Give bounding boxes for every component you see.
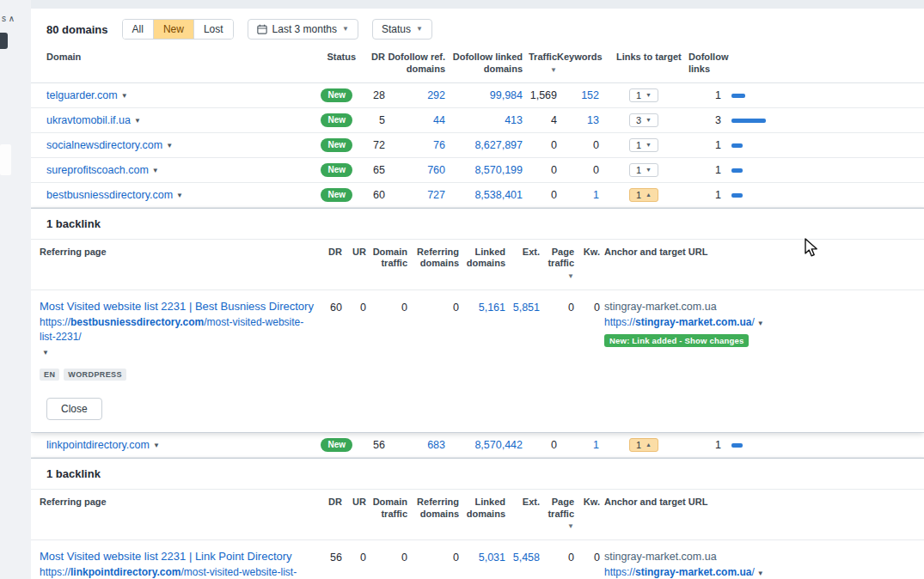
traffic-value: 0	[523, 139, 557, 151]
keywords-value[interactable]: 152	[557, 89, 599, 101]
column-page-traffic[interactable]: Page traffic ▼	[540, 247, 574, 282]
traffic-value: 0	[523, 189, 557, 201]
keywords-value[interactable]: 1	[557, 439, 599, 451]
date-range-dropdown[interactable]: Last 3 months ▼	[248, 19, 358, 40]
linked-domains-value[interactable]: 8,570,442	[445, 439, 523, 451]
dr-value: 65	[356, 164, 385, 176]
column-referring-domains[interactable]: Referring domains	[407, 247, 459, 271]
url-path: /	[751, 316, 754, 328]
column-linked-domains[interactable]: Linked domains	[459, 247, 505, 271]
column-ur[interactable]: UR	[342, 497, 366, 509]
anchor-text: stingray-market.com.ua	[604, 550, 924, 564]
status-cell: New	[308, 88, 356, 102]
linked-domains-value[interactable]: 8,570,199	[445, 164, 523, 176]
column-domain[interactable]: Domain	[31, 52, 308, 64]
column-page-traffic[interactable]: Page traffic ▼	[540, 497, 574, 532]
linked-domains-value[interactable]: 413	[445, 114, 523, 126]
column-referring-domains[interactable]: Referring domains	[407, 497, 459, 521]
chevron-down-icon[interactable]: ▼	[757, 570, 764, 577]
domain-link[interactable]: telguarder.com▼	[46, 89, 128, 101]
column-ext[interactable]: Ext.	[505, 247, 540, 259]
ext-value[interactable]: 5,458	[505, 550, 540, 564]
column-dr[interactable]: DR	[315, 497, 342, 509]
select-value: 1	[636, 440, 641, 450]
domain-link[interactable]: linkpointdirectory.com▼	[46, 439, 160, 451]
column-traffic[interactable]: Traffic ▼	[523, 52, 557, 76]
linked-domains-value[interactable]: 5,031	[459, 550, 505, 564]
backlink-panel: 1 backlink Referring page DR UR Domain t…	[31, 458, 924, 579]
status-cell: New	[308, 438, 356, 452]
referring-domains-report: 80 domains All New Lost Last 3 months ▼ …	[31, 9, 924, 579]
linked-domains-value[interactable]: 99,984	[445, 89, 523, 101]
link-change-badge[interactable]: New: Link added - Show changes	[604, 334, 749, 347]
domain-link[interactable]: socialnewsdirectory.com▼	[46, 139, 173, 151]
column-dofollow-linked-domains[interactable]: Dofollow linked domains	[445, 52, 523, 76]
column-links-to-target[interactable]: Links to target	[599, 52, 688, 64]
filter-all-button[interactable]: All	[123, 20, 153, 39]
ref-domains-value[interactable]: 683	[385, 439, 445, 451]
domain-cell: bestbusniessdirectory.com▼	[31, 189, 308, 201]
referring-page-title-link[interactable]: Most Visited website list 2231 | Link Po…	[40, 550, 292, 563]
close-panel-button[interactable]: Close	[46, 398, 102, 420]
links-to-target-select[interactable]: 1▼	[629, 138, 658, 152]
bar-cell	[723, 139, 924, 151]
links-cell: 1▼	[599, 163, 688, 177]
dofollow-links-value: 1	[688, 439, 723, 451]
column-dr[interactable]: DR	[315, 247, 342, 259]
referring-page-url[interactable]: https://bestbusniessdirectory.com/most-v…	[40, 315, 315, 360]
status-dropdown[interactable]: Status ▼	[372, 19, 432, 40]
column-dofollow-links[interactable]: Dofollow links	[688, 52, 723, 76]
links-to-target-select-open[interactable]: 1▲	[629, 438, 658, 452]
domain-link[interactable]: ukravtomobil.if.ua▼	[46, 114, 141, 126]
column-status[interactable]: Status	[308, 52, 356, 64]
column-referring-page[interactable]: Referring page	[31, 497, 315, 509]
filter-new-button[interactable]: New	[153, 20, 193, 39]
column-referring-page[interactable]: Referring page	[31, 247, 315, 259]
links-to-target-select[interactable]: 1▼	[629, 88, 658, 102]
referring-page-title-link[interactable]: Most Visited website list 2231 | Best Bu…	[40, 300, 314, 313]
column-ur[interactable]: UR	[342, 247, 366, 259]
column-dofollow-ref-domains[interactable]: Dofollow ref. domains	[385, 52, 445, 76]
anchor-text: stingray-market.com.ua	[604, 300, 924, 314]
domain-cell: telguarder.com▼	[31, 89, 308, 101]
column-kw[interactable]: Kw.	[574, 497, 600, 509]
ext-value[interactable]: 5,851	[505, 300, 540, 314]
chevron-down-icon[interactable]: ▼	[757, 320, 764, 327]
links-to-target-select[interactable]: 3▼	[629, 113, 658, 127]
links-to-target-select[interactable]: 1▼	[629, 163, 658, 177]
chevron-down-icon[interactable]: ▼	[42, 349, 49, 357]
collapsed-sidebar: s ∧	[0, 0, 31, 579]
page-tags: ENWORDPRESS	[40, 368, 315, 381]
domain-name: ukravtomobil.if.ua	[46, 114, 131, 126]
domain-link[interactable]: sureprofitscoach.com▼	[46, 164, 159, 176]
domain-cell: sureprofitscoach.com▼	[31, 164, 308, 176]
column-dr[interactable]: DR	[356, 52, 385, 64]
column-kw[interactable]: Kw.	[574, 247, 600, 259]
ref-domains-value[interactable]: 76	[385, 139, 445, 151]
keywords-value[interactable]: 13	[557, 114, 599, 126]
linked-domains-value[interactable]: 5,161	[459, 300, 505, 314]
target-url[interactable]: https://stingray-market.com.ua/▼	[604, 565, 924, 579]
ref-domains-value[interactable]: 292	[385, 89, 445, 101]
column-domain-traffic[interactable]: Domain traffic	[366, 497, 407, 521]
target-url[interactable]: https://stingray-market.com.ua/▼	[604, 315, 924, 330]
filter-lost-button[interactable]: Lost	[193, 20, 233, 39]
ref-domains-value[interactable]: 44	[385, 114, 445, 126]
table-row: ukravtomobil.if.ua▼ New 5 44 413 4 13 3▼…	[31, 108, 924, 133]
referring-page-url[interactable]: https://linkpointdirectory.com/most-visi…	[40, 565, 315, 579]
column-domain-traffic[interactable]: Domain traffic	[366, 247, 407, 271]
ref-domains-value[interactable]: 727	[385, 189, 445, 201]
linked-domains-value[interactable]: 8,627,897	[445, 139, 523, 151]
linked-domains-value[interactable]: 8,538,401	[445, 189, 523, 201]
status-cell: New	[308, 138, 356, 152]
column-linked-domains[interactable]: Linked domains	[459, 497, 505, 521]
column-ext[interactable]: Ext.	[505, 497, 540, 509]
links-to-target-select-open[interactable]: 1▲	[629, 188, 658, 202]
column-keywords[interactable]: Keywords	[557, 52, 599, 64]
ref-domains-value[interactable]: 760	[385, 164, 445, 176]
sidebar-dark-fragment	[0, 33, 8, 49]
domain-link[interactable]: bestbusniessdirectory.com▼	[46, 189, 183, 201]
dr-value: 72	[356, 139, 385, 151]
chevron-down-icon: ▼	[153, 442, 160, 449]
keywords-value[interactable]: 1	[557, 189, 599, 201]
